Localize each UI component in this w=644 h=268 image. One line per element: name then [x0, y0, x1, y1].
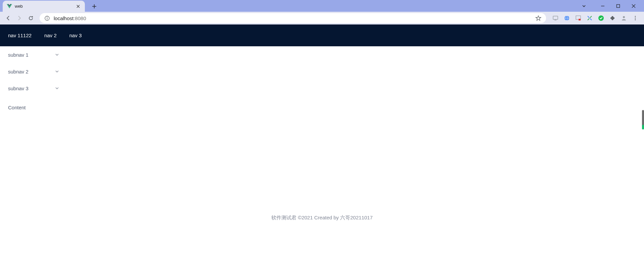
address-port: :8080	[73, 15, 86, 21]
subnav-item-label: subnav 1	[8, 52, 29, 58]
address-text: localhost:8080	[54, 15, 535, 21]
close-window-button[interactable]	[626, 0, 641, 12]
page-footer: 软件测试君 ©2021 Created by 六哥20211017	[0, 215, 644, 221]
extension-cast-icon[interactable]	[552, 15, 559, 21]
address-bar[interactable]: localhost:8080	[40, 13, 546, 23]
tab-search-icon[interactable]	[576, 0, 592, 12]
site-info-icon[interactable]	[44, 15, 50, 21]
svg-point-15	[635, 18, 636, 19]
page-viewport: nav 11122 nav 2 nav 3 subnav 1 subnav 2 …	[0, 24, 644, 268]
browser-tab[interactable]: web	[3, 1, 85, 12]
profile-icon[interactable]	[621, 15, 627, 21]
reload-button[interactable]	[26, 13, 36, 23]
svg-rect-2	[617, 4, 620, 7]
window-controls	[576, 0, 644, 12]
forward-button[interactable]	[15, 13, 24, 23]
top-nav-item-1[interactable]: nav 11122	[8, 33, 32, 38]
svg-point-14	[635, 16, 636, 17]
svg-point-4	[47, 17, 47, 17]
address-host: localhost	[54, 15, 73, 21]
close-tab-icon[interactable]	[75, 4, 81, 9]
bookmark-star-icon[interactable]	[535, 15, 541, 21]
tab-title: web	[15, 4, 75, 9]
chevron-down-icon	[55, 86, 59, 91]
browser-tabs-area: web	[0, 1, 99, 12]
chevron-down-icon	[55, 69, 59, 74]
subnav-item-label: subnav 2	[8, 69, 29, 74]
extension-shield-icon[interactable]	[598, 15, 604, 21]
top-nav: nav 11122 nav 2 nav 3	[0, 24, 644, 46]
content-text: Content	[8, 105, 26, 110]
footer-text: 软件测试君 ©2021 Created by 六哥20211017	[271, 215, 373, 220]
top-nav-item-2[interactable]: nav 2	[44, 33, 57, 38]
extension-tools-icon[interactable]	[586, 15, 593, 21]
extensions-menu-icon[interactable]	[609, 15, 616, 21]
new-tab-button[interactable]	[90, 2, 99, 11]
svg-rect-5	[47, 18, 47, 19]
extension-devtools-icon[interactable]	[575, 15, 582, 21]
chevron-down-icon	[55, 52, 59, 58]
subnav-item-label: subnav 3	[8, 86, 29, 91]
svg-rect-11	[579, 19, 581, 20]
vue-favicon-icon	[7, 4, 12, 9]
svg-point-13	[623, 16, 625, 18]
extension-icons	[550, 15, 641, 21]
svg-point-16	[635, 19, 636, 20]
subnav-item-1[interactable]: subnav 1	[0, 46, 67, 63]
sidebar: subnav 1 subnav 2 subnav 3	[0, 46, 67, 97]
layout-body: subnav 1 subnav 2 subnav 3 Content	[0, 46, 644, 118]
extension-globe-icon[interactable]	[564, 15, 570, 21]
browser-toolbar: localhost:8080	[0, 12, 644, 24]
svg-rect-6	[553, 16, 558, 19]
svg-rect-7	[554, 20, 556, 20]
top-nav-item-3[interactable]: nav 3	[69, 33, 82, 38]
browser-titlebar: web	[0, 0, 644, 12]
back-button[interactable]	[3, 13, 13, 23]
minimize-button[interactable]	[595, 0, 610, 12]
content-area: Content	[0, 97, 644, 118]
subnav-item-3[interactable]: subnav 3	[0, 80, 67, 97]
scrollbar-marker	[642, 125, 644, 129]
menu-icon[interactable]	[632, 15, 639, 21]
maximize-button[interactable]	[610, 0, 626, 12]
subnav-item-2[interactable]: subnav 2	[0, 63, 67, 80]
